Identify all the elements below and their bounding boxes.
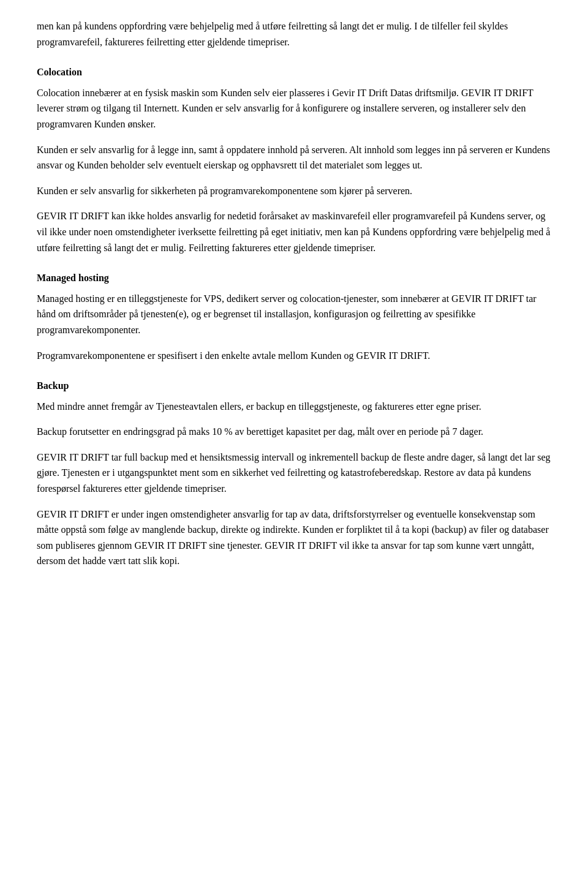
intro-text: men kan på kundens oppfordring være behj…	[37, 18, 551, 50]
colocation-paragraph-1: Colocation innebærer at en fysisk maskin…	[37, 85, 551, 132]
managed-hosting-paragraph-1: Managed hosting er en tilleggstjeneste f…	[37, 291, 551, 338]
backup-paragraph-1: Med mindre annet fremgår av Tjenesteavta…	[37, 399, 551, 415]
backup-heading: Backup	[37, 378, 551, 394]
managed-hosting-paragraph-2: Programvarekomponentene er spesifisert i…	[37, 348, 551, 364]
backup-paragraph-2: Backup forutsetter en endringsgrad på ma…	[37, 424, 551, 440]
colocation-paragraph-2: Kunden er selv ansvarlig for å legge inn…	[37, 142, 551, 173]
colocation-paragraph-4: GEVIR IT DRIFT kan ikke holdes ansvarlig…	[37, 208, 551, 255]
backup-paragraph-3: GEVIR IT DRIFT tar full backup med et he…	[37, 450, 551, 497]
backup-paragraph-4: GEVIR IT DRIFT er under ingen omstendigh…	[37, 507, 551, 569]
colocation-paragraph-3: Kunden er selv ansvarlig for sikkerheten…	[37, 183, 551, 199]
main-content: men kan på kundens oppfordring være behj…	[37, 18, 551, 569]
colocation-heading: Colocation	[37, 64, 551, 80]
managed-hosting-heading: Managed hosting	[37, 270, 551, 286]
